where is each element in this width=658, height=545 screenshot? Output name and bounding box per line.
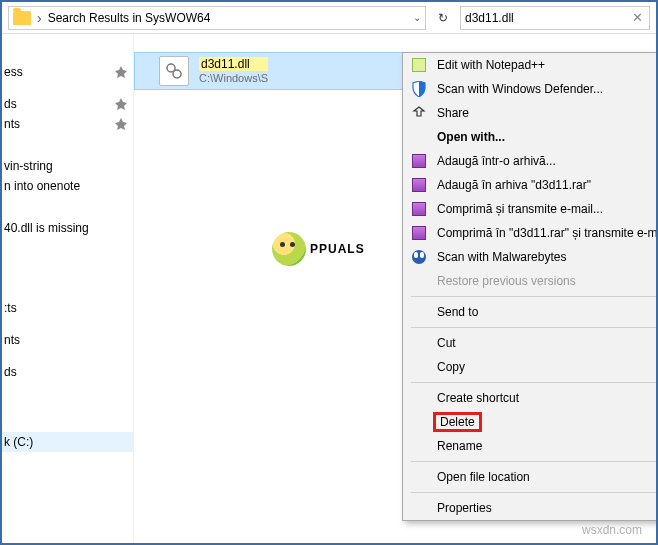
clear-search-button[interactable]: ✕ [630,10,645,25]
refresh-button[interactable]: ↻ [432,7,454,29]
sidebar-item[interactable]: 40.dll is missing [2,218,133,238]
sidebar-item[interactable]: ds [2,94,133,114]
ctx-rar-email-named[interactable]: Comprimă în "d3d11.rar" și transmite e-m… [403,221,658,245]
ctx-share[interactable]: Share [403,101,658,125]
breadcrumb[interactable]: Search Results in SysWOW64 [48,11,211,25]
ctx-separator [411,327,658,328]
folder-icon [13,11,31,25]
address-bar: Search Results in SysWOW64 ⌄ ↻ d3d11.dll… [2,2,656,34]
search-input[interactable]: d3d11.dll ✕ [460,6,650,30]
sidebar-item[interactable]: vin-string [2,156,133,176]
winrar-icon [411,153,427,169]
ctx-open-file-location[interactable]: Open file location [403,465,658,489]
ctx-cut[interactable]: Cut [403,331,658,355]
file-text: d3d11.dll C:\Windows\S [199,57,268,85]
ctx-restore-versions[interactable]: Restore previous versions [403,269,658,293]
ctx-separator [411,296,658,297]
file-name: d3d11.dll [199,57,268,71]
pin-icon [115,118,127,130]
sidebar: ess ds nts vin-string n into onenote 40.… [2,34,134,543]
ctx-delete[interactable]: Delete [403,410,658,434]
ctx-send-to[interactable]: Send to [403,300,658,324]
malwarebytes-icon [411,249,427,265]
delete-highlight: Delete [433,412,482,432]
watermark-logo: PPUALS [272,232,365,266]
sidebar-item[interactable]: nts [2,114,133,134]
appuals-logo-icon [272,232,306,266]
context-menu: Edit with Notepad++ Scan with Windows De… [402,52,658,521]
ctx-scan-malwarebytes[interactable]: Scan with Malwarebytes [403,245,658,269]
ctx-create-shortcut[interactable]: Create shortcut [403,386,658,410]
chevron-right-icon [37,10,42,26]
ctx-separator [411,492,658,493]
sidebar-item[interactable]: nts [2,330,133,350]
dll-file-icon [159,56,189,86]
winrar-icon [411,201,427,217]
results-pane: PPUALS d3d11.dll C:\Windows\S Edit with … [134,34,656,543]
sidebar-item[interactable]: ess [2,62,133,82]
ctx-rar-add[interactable]: Adaugă într-o arhivă... [403,149,658,173]
ctx-properties[interactable]: Properties [403,496,658,520]
chevron-down-icon[interactable]: ⌄ [413,12,421,23]
ctx-separator [411,382,658,383]
pin-icon [115,66,127,78]
sidebar-item[interactable]: k (C:) [2,432,133,452]
ctx-scan-defender[interactable]: Scan with Windows Defender... [403,77,658,101]
sidebar-item[interactable]: ds [2,362,133,382]
ctx-rar-email[interactable]: Comprimă și transmite e-mail... [403,197,658,221]
ctx-open-with[interactable]: Open with... [403,125,658,149]
search-text: d3d11.dll [465,11,630,25]
defender-shield-icon [411,81,427,97]
ctx-edit-notepad[interactable]: Edit with Notepad++ [403,53,658,77]
ctx-copy[interactable]: Copy [403,355,658,379]
pin-icon [115,98,127,110]
share-icon [411,105,427,121]
sidebar-item[interactable]: :ts [2,298,133,318]
ctx-rename[interactable]: Rename [403,434,658,458]
breadcrumb-box[interactable]: Search Results in SysWOW64 ⌄ [8,6,426,30]
file-path: C:\Windows\S [199,71,268,85]
content-area: ess ds nts vin-string n into onenote 40.… [2,34,656,543]
ctx-separator [411,461,658,462]
watermark-site: wsxdn.com [582,523,642,537]
winrar-icon [411,225,427,241]
sidebar-item[interactable]: n into onenote [2,176,133,196]
winrar-icon [411,177,427,193]
ctx-rar-add-named[interactable]: Adaugă în arhiva "d3d11.rar" [403,173,658,197]
svg-point-1 [173,70,181,78]
notepadpp-icon [411,57,427,73]
